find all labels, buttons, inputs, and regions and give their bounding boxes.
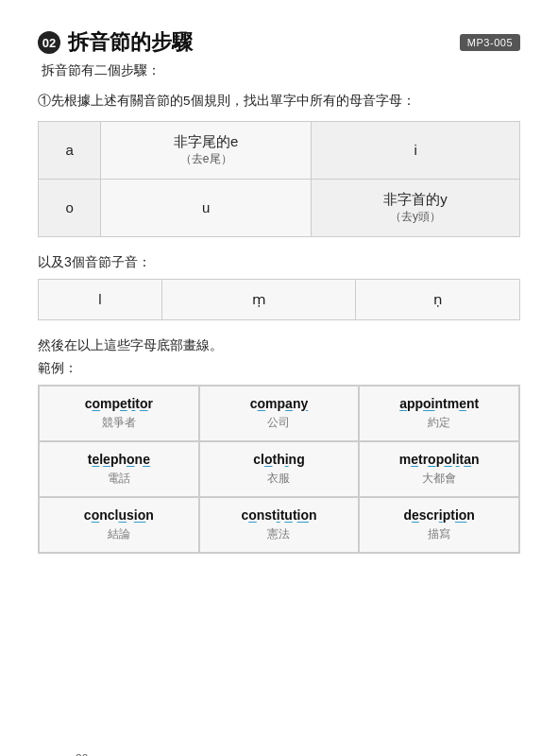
word-description: description [367,507,511,523]
step1-instruction: ①先根據上述有關音節的5個規則，找出單字中所有的母音字母： [38,91,520,112]
mp3-badge: MP3-005 [460,34,520,51]
consonant-label: 以及3個音節子音： [38,254,520,271]
trans-appointment: 約定 [367,415,511,431]
trans-competitor: 競爭者 [47,415,191,431]
example-label: 範例： [38,360,520,377]
trans-conclusion: 結論 [47,526,191,542]
example-telephone: telephone 電話 [39,441,199,497]
example-description: description 描寫 [359,497,519,553]
example-appointment: appointment 約定 [359,386,519,441]
vowel-i: i [312,121,520,179]
word-telephone: telephone [47,452,191,467]
vowel-e: 非字尾的e（去e尾） [101,121,312,179]
page-number: 30 [76,752,88,756]
trans-clothing: 衣服 [208,471,351,487]
word-competitor: competitor [47,396,191,411]
word-metropolitan: metropolitan [367,452,511,467]
after-rule: 然後在以上這些字母底部畫線。 [38,337,520,354]
example-metropolitan: metropolitan 大都會 [359,441,519,497]
section-number: 02 [38,31,60,54]
consonant-n: ṇ [356,279,520,319]
example-conclusion: conclusion 結論 [39,497,199,553]
vowel-table: a 非字尾的e（去e尾） i o u 非字首的y（去y頭） [38,121,520,237]
word-conclusion: conclusion [47,507,191,523]
page-title: 拆音節的步驟 [68,28,193,57]
vowel-o: o [39,179,101,236]
example-constitution: constitution 憲法 [199,497,360,553]
subtitle: 拆音節有二個步驟： [38,62,520,79]
vowel-a: a [39,121,101,179]
consonant-table: l ṃ ṇ [38,279,520,320]
vowel-u: u [101,179,312,236]
trans-telephone: 電話 [47,471,191,487]
word-company: company [208,396,351,411]
example-company: company 公司 [199,386,360,441]
word-appointment: appointment [367,396,511,411]
consonant-m: ṃ [161,279,356,319]
vowel-y: 非字首的y（去y頭） [312,179,520,236]
word-clothing: clothing [208,452,351,467]
trans-description: 描寫 [367,526,511,542]
consonant-l: l [39,279,162,319]
trans-metropolitan: 大都會 [367,471,511,487]
examples-grid: competitor 競爭者 company 公司 appointment 約定… [38,385,520,554]
word-constitution: constitution [208,507,351,523]
example-competitor: competitor 競爭者 [39,386,199,441]
trans-constitution: 憲法 [208,526,351,542]
example-clothing: clothing 衣服 [199,441,360,497]
trans-company: 公司 [208,415,351,431]
